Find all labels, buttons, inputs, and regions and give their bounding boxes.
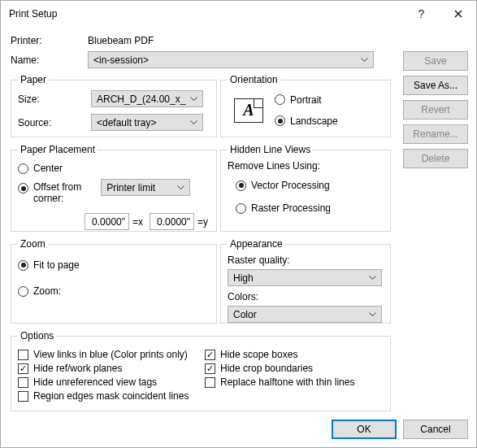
- colors-label: Colors:: [228, 291, 384, 302]
- offset-y-input[interactable]: 0.0000": [150, 213, 194, 230]
- offset-select-value: Printer limit: [106, 182, 155, 194]
- printer-value: Bluebeam PDF: [88, 35, 154, 46]
- chevron-down-icon: [190, 97, 197, 102]
- orientation-icon: A: [234, 98, 263, 123]
- replace-halftone-label: Replace halftone with thin lines: [220, 376, 354, 388]
- offset-y-suffix: =y: [197, 216, 208, 228]
- center-radio[interactable]: Center: [18, 163, 210, 174]
- size-select-value: ARCH_D_(24.00_x_36.00_: [97, 94, 186, 105]
- name-select-value: <in-session>: [93, 54, 149, 66]
- landscape-radio[interactable]: Landscape: [275, 115, 338, 127]
- zoom-group: Zoom Fit to page Zoom:: [11, 238, 217, 324]
- center-label: Center: [33, 163, 63, 174]
- dialog-title: Print Setup: [9, 8, 403, 20]
- checkbox-icon: [205, 377, 215, 388]
- replace-halftone-check[interactable]: Replace halftone with thin lines: [205, 376, 354, 388]
- checkbox-icon: [18, 377, 28, 388]
- hide-crop-label: Hide crop boundaries: [220, 363, 313, 374]
- cancel-button[interactable]: Cancel: [403, 420, 468, 439]
- chevron-down-icon: [369, 276, 376, 281]
- remove-lines-label: Remove Lines Using:: [228, 160, 384, 172]
- close-button[interactable]: [440, 2, 476, 26]
- fit-to-page-radio[interactable]: Fit to page: [18, 259, 210, 271]
- paper-placement-group: Paper Placement Center Offset from corne…: [11, 144, 217, 232]
- hidden-line-group: Hidden Line Views Remove Lines Using: Ve…: [220, 144, 391, 232]
- delete-button[interactable]: Delete: [403, 149, 468, 168]
- hide-unref-label: Hide unreferenced view tags: [33, 376, 157, 388]
- checkbox-icon: ✓: [205, 350, 215, 360]
- rename-button[interactable]: Rename...: [403, 124, 468, 144]
- hide-scope-check[interactable]: ✓ Hide scope boxes: [205, 349, 354, 360]
- name-select[interactable]: <in-session>: [88, 51, 374, 68]
- raster-radio[interactable]: Raster Processing: [236, 202, 384, 214]
- offset-select[interactable]: Printer limit: [101, 179, 190, 196]
- ok-button[interactable]: OK: [332, 420, 397, 439]
- raster-label: Raster Processing: [251, 202, 331, 214]
- paper-group: Paper Size: ARCH_D_(24.00_x_36.00_ Sourc…: [11, 74, 217, 137]
- raster-quality-select[interactable]: High: [228, 269, 382, 286]
- size-label: Size:: [18, 94, 91, 105]
- offset-x-input[interactable]: 0.0000": [85, 213, 129, 230]
- vector-label: Vector Processing: [251, 180, 330, 191]
- name-label: Name:: [11, 54, 88, 66]
- orientation-group: Orientation A Portrait Landscape: [220, 74, 391, 137]
- source-select[interactable]: <default tray>: [91, 114, 203, 131]
- close-icon: [454, 10, 462, 18]
- zoom-radio[interactable]: Zoom:: [18, 285, 210, 297]
- fit-to-page-label: Fit to page: [33, 259, 80, 271]
- region-edges-check[interactable]: Region edges mask coincident lines: [18, 390, 205, 402]
- raster-quality-label: Raster quality:: [228, 254, 384, 266]
- radio-icon: [275, 115, 285, 126]
- offset-radio[interactable]: Offset from corner:: [18, 181, 81, 204]
- checkbox-icon: [18, 391, 28, 402]
- checkbox-icon: [18, 350, 28, 360]
- revert-button[interactable]: Revert: [403, 100, 468, 120]
- radio-icon: [236, 181, 246, 191]
- hide-unref-check[interactable]: Hide unreferenced view tags: [18, 376, 205, 388]
- source-select-value: <default tray>: [97, 117, 156, 128]
- hide-ref-check[interactable]: ✓ Hide ref/work planes: [18, 363, 205, 374]
- offset-x-suffix: =x: [132, 216, 143, 228]
- portrait-label: Portrait: [290, 94, 322, 106]
- options-group: Options View links in blue (Color prints…: [11, 330, 391, 411]
- chevron-down-icon: [361, 58, 368, 63]
- radio-icon: [18, 286, 28, 297]
- radio-icon: [236, 203, 246, 214]
- chevron-down-icon: [369, 312, 376, 317]
- offset-label-2: corner:: [33, 193, 81, 204]
- region-edges-label: Region edges mask coincident lines: [33, 390, 189, 402]
- print-setup-dialog: Print Setup ? Printer: Bluebeam PDF Name…: [0, 0, 477, 448]
- source-label: Source:: [18, 117, 91, 128]
- offset-label-1: Offset from: [33, 181, 81, 193]
- hide-scope-label: Hide scope boxes: [220, 349, 297, 360]
- chevron-down-icon: [177, 185, 184, 190]
- chevron-down-icon: [190, 120, 197, 125]
- colors-select[interactable]: Color: [228, 306, 382, 323]
- portrait-radio[interactable]: Portrait: [275, 94, 338, 106]
- vector-radio[interactable]: Vector Processing: [236, 180, 384, 191]
- paper-placement-legend: Paper Placement: [18, 144, 98, 155]
- hide-crop-check[interactable]: ✓ Hide crop boundaries: [205, 363, 354, 374]
- checkbox-icon: ✓: [205, 363, 215, 374]
- save-button[interactable]: Save: [403, 51, 468, 71]
- radio-icon: [18, 183, 28, 194]
- paper-legend: Paper: [18, 74, 49, 85]
- size-select[interactable]: ARCH_D_(24.00_x_36.00_: [91, 90, 203, 107]
- options-legend: Options: [18, 330, 56, 341]
- landscape-label: Landscape: [290, 115, 338, 127]
- zoom-label: Zoom:: [33, 285, 61, 297]
- titlebar: Print Setup ?: [1, 1, 476, 27]
- orientation-legend: Orientation: [228, 74, 280, 85]
- hide-ref-label: Hide ref/work planes: [33, 363, 122, 374]
- raster-quality-value: High: [233, 272, 254, 284]
- colors-value: Color: [233, 309, 257, 320]
- help-button[interactable]: ?: [403, 2, 440, 26]
- zoom-legend: Zoom: [18, 238, 48, 250]
- hidden-line-legend: Hidden Line Views: [228, 144, 313, 155]
- view-links-label: View links in blue (Color prints only): [33, 349, 188, 360]
- view-links-check[interactable]: View links in blue (Color prints only): [18, 349, 205, 360]
- radio-icon: [18, 163, 28, 174]
- save-as-button[interactable]: Save As...: [403, 76, 468, 95]
- checkbox-icon: ✓: [18, 363, 28, 374]
- printer-label: Printer:: [11, 35, 88, 46]
